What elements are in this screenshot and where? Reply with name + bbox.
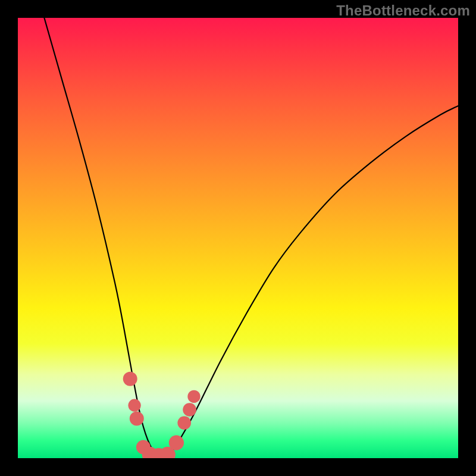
curve-marker	[169, 435, 184, 450]
curve-marker	[187, 390, 200, 403]
curve-marker	[128, 399, 140, 412]
watermark-text: TheBottleneck.com	[336, 2, 470, 19]
curve-marker	[123, 372, 137, 386]
chart-frame: TheBottleneck.com	[0, 0, 476, 476]
curve-marker	[177, 416, 191, 430]
curve-marker	[130, 411, 144, 425]
bottleneck-curve	[44, 18, 458, 458]
chart-svg	[18, 18, 458, 458]
curve-marker	[183, 403, 196, 416]
chart-plot-area	[18, 18, 458, 458]
